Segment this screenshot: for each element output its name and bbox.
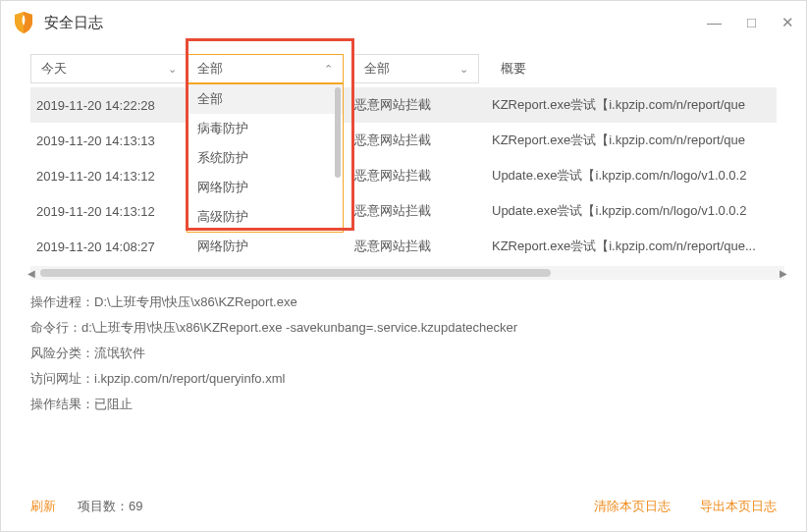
table-row[interactable]: 2019-11-20 14:13:12 恶意网站拦截 Update.exe尝试【… xyxy=(30,193,777,229)
table-row[interactable]: 2019-11-20 14:13:13 恶意网站拦截 KZReport.exe尝… xyxy=(30,123,777,158)
cell-event: 恶意网站拦截 xyxy=(345,167,470,185)
cell-time: 2019-11-20 14:13:13 xyxy=(30,133,188,148)
table-row[interactable]: 2019-11-20 14:13:12 恶意网站拦截 Update.exe尝试【… xyxy=(30,158,777,193)
cell-type: 网络防护 xyxy=(188,238,345,255)
footer-bar: 刷新 项目数：69 清除本页日志 导出本页日志 xyxy=(1,482,806,531)
type-filter-value: 全部 xyxy=(197,60,223,78)
scrollbar-thumb[interactable] xyxy=(40,269,551,277)
type-filter-dropdown[interactable]: 全部 ⌃ xyxy=(187,54,344,83)
summary-column-header: 概要 xyxy=(479,54,526,83)
cell-summary: KZReport.exe尝试【i.kpzip.com/n/report/que xyxy=(470,132,777,149)
cell-summary: KZReport.exe尝试【i.kpzip.com/n/report/que.… xyxy=(470,238,777,255)
cell-event: 恶意网站拦截 xyxy=(345,132,470,149)
cell-time: 2019-11-20 14:13:12 xyxy=(30,169,188,184)
type-filter-menu: 全部 病毒防护 系统防护 网络防护 高级防护 xyxy=(187,83,344,233)
type-option-network[interactable]: 网络防护 xyxy=(188,173,343,202)
cell-event: 恶意网站拦截 xyxy=(345,96,470,114)
minimize-button[interactable]: — xyxy=(707,14,722,31)
scroll-left-icon[interactable]: ◀ xyxy=(25,266,38,280)
export-page-button[interactable]: 导出本页日志 xyxy=(700,498,777,515)
table-row[interactable]: 2019-11-20 14:08:27 网络防护 恶意网站拦截 KZReport… xyxy=(30,229,777,264)
item-count: 项目数：69 xyxy=(78,498,142,515)
log-table: 2019-11-20 14:22:28 恶意网站拦截 KZReport.exe尝… xyxy=(1,83,806,264)
cell-time: 2019-11-20 14:22:28 xyxy=(30,98,188,113)
refresh-button[interactable]: 刷新 xyxy=(30,498,56,515)
cell-time: 2019-11-20 14:08:27 xyxy=(30,239,188,254)
security-log-window: 安全日志 — □ ✕ 今天 ⌄ 全部 ⌃ 全部 ⌄ 概要 全部 病毒防护 xyxy=(0,0,807,532)
type-option-system[interactable]: 系统防护 xyxy=(188,143,343,173)
chevron-down-icon: ⌄ xyxy=(459,63,468,76)
cell-summary: Update.exe尝试【i.kpzip.com/n/logo/v1.0.0.2 xyxy=(470,202,777,220)
type-option-virus[interactable]: 病毒防护 xyxy=(188,114,343,143)
horizontal-scrollbar[interactable]: ◀ ▶ xyxy=(30,266,784,280)
filters-region: 今天 ⌄ 全部 ⌃ 全部 ⌄ 概要 全部 病毒防护 系统防护 网络防护 高级防护 xyxy=(1,44,806,264)
event-filter-value: 全部 xyxy=(364,60,390,78)
details-panel: 操作进程：D:\上班专用\快压\x86\KZReport.exe 命令行：d:\… xyxy=(1,280,806,417)
cell-event: 恶意网站拦截 xyxy=(345,202,470,220)
chevron-down-icon: ⌄ xyxy=(168,63,177,76)
close-button[interactable]: ✕ xyxy=(781,14,794,31)
menu-scrollbar[interactable] xyxy=(335,87,341,178)
time-filter-dropdown[interactable]: 今天 ⌄ xyxy=(30,54,188,83)
scroll-right-icon[interactable]: ▶ xyxy=(777,266,790,280)
table-row[interactable]: 2019-11-20 14:22:28 恶意网站拦截 KZReport.exe尝… xyxy=(30,87,777,123)
detail-cmd: 命令行：d:\上班专用\快压\x86\KZReport.exe -savekun… xyxy=(30,315,777,341)
titlebar: 安全日志 — □ ✕ xyxy=(1,1,806,44)
cell-summary: KZReport.exe尝试【i.kpzip.com/n/report/que xyxy=(470,96,777,114)
maximize-button[interactable]: □ xyxy=(747,14,756,31)
time-filter-value: 今天 xyxy=(41,60,67,78)
cell-summary: Update.exe尝试【i.kpzip.com/n/logo/v1.0.0.2 xyxy=(470,167,777,185)
detail-risk: 风险分类：流氓软件 xyxy=(30,341,777,366)
detail-result: 操作结果：已阻止 xyxy=(30,392,777,417)
shield-icon xyxy=(13,12,34,33)
cell-event: 恶意网站拦截 xyxy=(345,238,470,255)
event-filter-dropdown[interactable]: 全部 ⌄ xyxy=(353,54,479,83)
cell-time: 2019-11-20 14:13:12 xyxy=(30,204,188,219)
window-controls: — □ ✕ xyxy=(707,14,794,31)
type-option-advanced[interactable]: 高级防护 xyxy=(188,202,343,232)
clear-page-button[interactable]: 清除本页日志 xyxy=(594,498,671,515)
chevron-up-icon: ⌃ xyxy=(324,63,333,76)
detail-process: 操作进程：D:\上班专用\快压\x86\KZReport.exe xyxy=(30,290,777,315)
window-title: 安全日志 xyxy=(44,14,103,32)
type-option-all[interactable]: 全部 xyxy=(188,84,343,114)
detail-url: 访问网址：i.kpzip.com/n/report/queryinfo.xml xyxy=(30,366,777,392)
